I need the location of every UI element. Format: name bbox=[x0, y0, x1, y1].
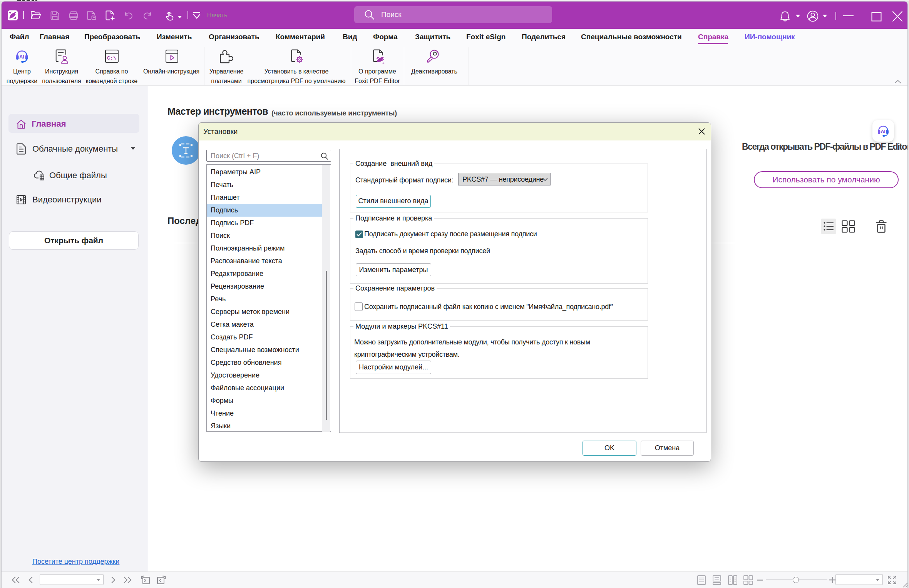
svg-text:AI: AI bbox=[19, 54, 24, 60]
svg-text:AI: AI bbox=[881, 129, 886, 134]
svg-text:C:\: C:\ bbox=[107, 55, 116, 61]
